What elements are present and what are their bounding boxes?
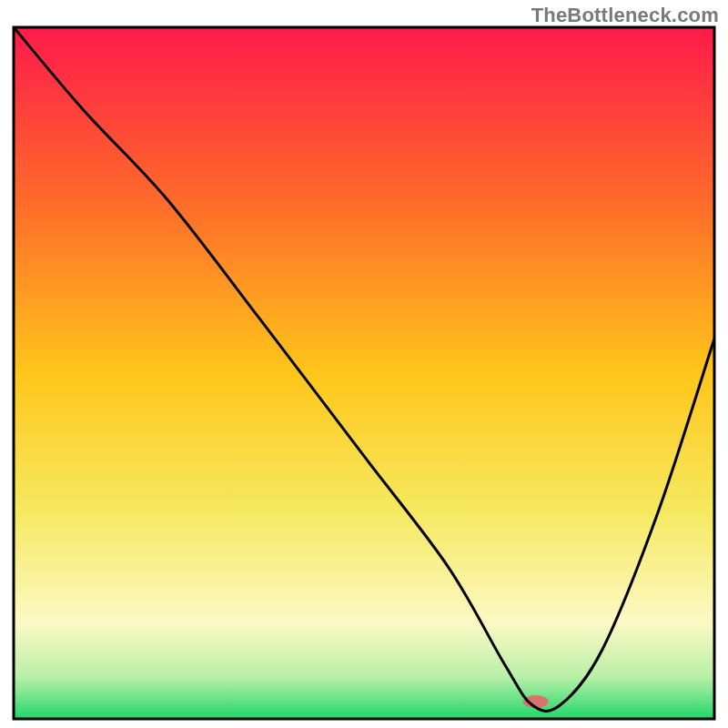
- watermark-text: TheBottleneck.com: [531, 4, 719, 27]
- chart-stage: TheBottleneck.com: [0, 0, 728, 728]
- bottleneck-chart: [0, 0, 728, 728]
- gradient-background: [14, 27, 714, 719]
